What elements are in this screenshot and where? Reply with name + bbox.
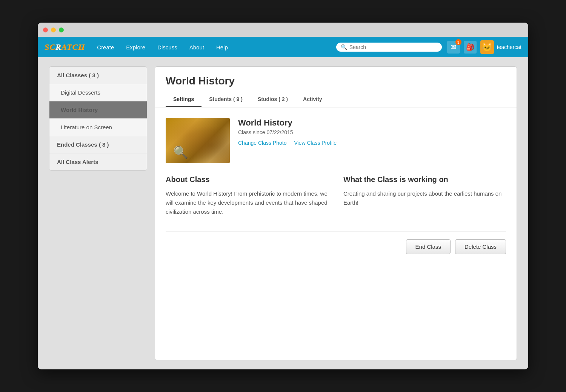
search-bar: 🔍 xyxy=(336,43,442,52)
tab-studios[interactable]: Studios ( 2 ) xyxy=(250,92,295,107)
class-photo-image xyxy=(166,118,230,163)
working-on-text: Creating and sharing our projects about … xyxy=(343,189,506,207)
title-bar xyxy=(38,23,528,37)
nav-icons: ✉ 3 🎒 xyxy=(447,41,477,54)
main-content: All Classes ( 3 ) Digital Desserts World… xyxy=(38,57,528,369)
working-on-col: What the Class is working on Creating an… xyxy=(343,175,506,216)
nav-explore[interactable]: Explore xyxy=(121,42,151,53)
about-sections: About Class Welcome to World History! Fr… xyxy=(166,175,506,216)
nav-links: Create Explore Discuss About Help xyxy=(92,42,336,53)
nav-create[interactable]: Create xyxy=(92,42,119,53)
class-photo-section: World History Class since 07/22/2015 Cha… xyxy=(166,118,506,163)
tabs: Settings Students ( 9 ) Studios ( 2 ) Ac… xyxy=(166,92,506,107)
tab-students[interactable]: Students ( 9 ) xyxy=(201,92,250,107)
delete-class-button[interactable]: Delete Class xyxy=(455,239,506,254)
sidebar-all-classes[interactable]: All Classes ( 3 ) xyxy=(49,67,147,84)
about-class-title: About Class xyxy=(166,175,328,184)
close-dot[interactable] xyxy=(43,28,48,32)
backpack-button[interactable]: 🎒 xyxy=(464,41,477,54)
about-class-text: Welcome to World History! From prehistor… xyxy=(166,189,328,216)
navbar: SCRATCH Create Explore Discuss About Hel… xyxy=(38,37,528,57)
tab-settings[interactable]: Settings xyxy=(166,92,201,107)
search-input[interactable] xyxy=(349,44,437,50)
messages-button[interactable]: ✉ 3 xyxy=(447,41,460,54)
content-panel: World History Settings Students ( 9 ) St… xyxy=(155,66,517,360)
panel-title: World History xyxy=(166,75,506,87)
class-info: World History Class since 07/22/2015 Cha… xyxy=(238,118,506,146)
panel-body: World History Class since 07/22/2015 Cha… xyxy=(155,107,517,360)
sidebar-item-literature-on-screen[interactable]: Literature on Screen xyxy=(49,119,147,136)
working-on-title: What the Class is working on xyxy=(343,175,506,184)
class-photo xyxy=(166,118,230,163)
view-profile-link[interactable]: View Class Profile xyxy=(294,140,337,146)
sidebar-ended-classes[interactable]: Ended Classes ( 8 ) xyxy=(49,136,147,153)
nav-discuss[interactable]: Discuss xyxy=(152,42,183,53)
nav-help[interactable]: Help xyxy=(211,42,233,53)
sidebar-all-alerts[interactable]: All Class Alerts xyxy=(49,153,147,170)
about-class-col: About Class Welcome to World History! Fr… xyxy=(166,175,328,216)
notification-badge: 3 xyxy=(455,39,461,45)
sidebar: All Classes ( 3 ) Digital Desserts World… xyxy=(49,66,147,171)
class-name: World History xyxy=(238,118,506,128)
username-label: teachercat xyxy=(497,44,521,50)
sidebar-item-world-history[interactable]: World History xyxy=(49,101,147,119)
class-since: Class since 07/22/2015 xyxy=(238,129,506,135)
panel-header: World History Settings Students ( 9 ) St… xyxy=(155,67,517,107)
scratch-logo[interactable]: SCRATCH xyxy=(45,42,85,52)
search-icon: 🔍 xyxy=(341,44,347,50)
browser-window: SCRATCH Create Explore Discuss About Hel… xyxy=(38,23,528,369)
end-class-button[interactable]: End Class xyxy=(406,239,451,254)
class-links: Change Class Photo View Class Profile xyxy=(238,140,506,146)
maximize-dot[interactable] xyxy=(59,28,64,32)
minimize-dot[interactable] xyxy=(51,28,56,32)
action-buttons: End Class Delete Class xyxy=(166,231,506,254)
tab-activity[interactable]: Activity xyxy=(295,92,330,107)
nav-about[interactable]: About xyxy=(184,42,209,53)
change-photo-link[interactable]: Change Class Photo xyxy=(238,140,286,146)
sidebar-item-digital-desserts[interactable]: Digital Desserts xyxy=(49,84,147,101)
user-area[interactable]: 🐱 teachercat xyxy=(480,40,521,54)
avatar: 🐱 xyxy=(480,40,494,54)
